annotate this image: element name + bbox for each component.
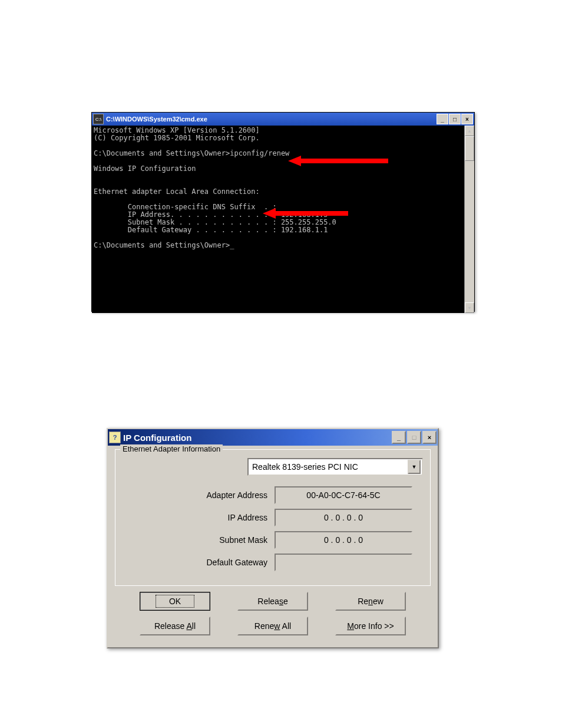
cmd-icon: C:\: [93, 114, 104, 124]
button-row-2: Release All Renew All More Info >>: [115, 617, 431, 635]
ok-button[interactable]: OK: [140, 592, 210, 611]
ipconfig-icon: ?: [109, 431, 121, 443]
scroll-track[interactable]: [465, 161, 474, 302]
release-all-button[interactable]: Release All: [140, 617, 210, 635]
window-buttons: _ □ ×: [437, 114, 473, 124]
adapter-address-row: Adapter Address 00-A0-0C-C7-64-5C: [123, 486, 423, 504]
subnet-mask-value: 0 . 0 . 0 . 0: [275, 531, 412, 549]
cmd-output: Microsoft Windows XP [Version 5.1.2600] …: [94, 127, 472, 249]
minimize-button[interactable]: _: [392, 431, 406, 444]
cmd-title: C:\WINDOWS\System32\cmd.exe: [106, 116, 437, 123]
cmd-titlebar[interactable]: C:\ C:\WINDOWS\System32\cmd.exe _ □ ×: [92, 113, 474, 126]
default-gateway-value: [275, 554, 412, 571]
subnet-mask-row: Subnet Mask 0 . 0 . 0 . 0: [123, 531, 423, 549]
ip-address-row: IP Address 0 . 0 . 0 . 0: [123, 509, 423, 526]
ipconfig-titlebar[interactable]: ? IP Configuration _ □ ×: [108, 429, 438, 446]
ip-address-label: IP Address: [123, 513, 275, 522]
close-button[interactable]: ×: [461, 114, 473, 124]
subnet-mask-label: Subnet Mask: [123, 535, 275, 545]
vertical-scrollbar[interactable]: ▲ ▼: [464, 126, 474, 313]
close-button[interactable]: ×: [422, 431, 437, 444]
default-gateway-row: Default Gateway: [123, 554, 423, 571]
adapter-selected: Realtek 8139-series PCI NIC: [250, 462, 408, 472]
minimize-button[interactable]: _: [437, 114, 448, 124]
ipconfig-body: Ethernet Adapter Information Realtek 813…: [108, 446, 438, 647]
window-buttons: _ □ ×: [392, 431, 437, 444]
scroll-up-button[interactable]: ▲: [465, 126, 474, 136]
ip-address-value: 0 . 0 . 0 . 0: [275, 509, 412, 526]
renew-button[interactable]: Renew: [335, 592, 406, 611]
adapter-fieldset: Ethernet Adapter Information Realtek 813…: [115, 449, 431, 586]
more-info-button[interactable]: More Info >>: [335, 617, 406, 635]
fieldset-legend: Ethernet Adapter Information: [120, 444, 223, 453]
default-gateway-label: Default Gateway: [123, 558, 275, 567]
release-button[interactable]: Release: [237, 592, 308, 611]
adapter-select-row: Realtek 8139-series PCI NIC ▼: [123, 458, 423, 476]
adapter-address-label: Adapter Address: [123, 490, 275, 500]
renew-all-button[interactable]: Renew All: [237, 617, 308, 635]
ipconfig-title: IP Configuration: [123, 433, 392, 443]
scroll-thumb[interactable]: [465, 136, 474, 161]
adapter-address-value: 00-A0-0C-C7-64-5C: [275, 486, 412, 504]
cmd-window: C:\ C:\WINDOWS\System32\cmd.exe _ □ × Mi…: [91, 112, 475, 312]
maximize-button: □: [407, 431, 421, 444]
chevron-down-icon[interactable]: ▼: [408, 460, 421, 474]
ipconfig-dialog: ? IP Configuration _ □ × Ethernet Adapte…: [107, 428, 439, 648]
button-row-1: OK Release Renew: [115, 592, 431, 611]
adapter-dropdown[interactable]: Realtek 8139-series PCI NIC ▼: [247, 458, 423, 476]
scroll-down-button[interactable]: ▼: [465, 302, 474, 313]
cmd-body[interactable]: Microsoft Windows XP [Version 5.1.2600] …: [92, 126, 474, 313]
maximize-button[interactable]: □: [449, 114, 461, 124]
